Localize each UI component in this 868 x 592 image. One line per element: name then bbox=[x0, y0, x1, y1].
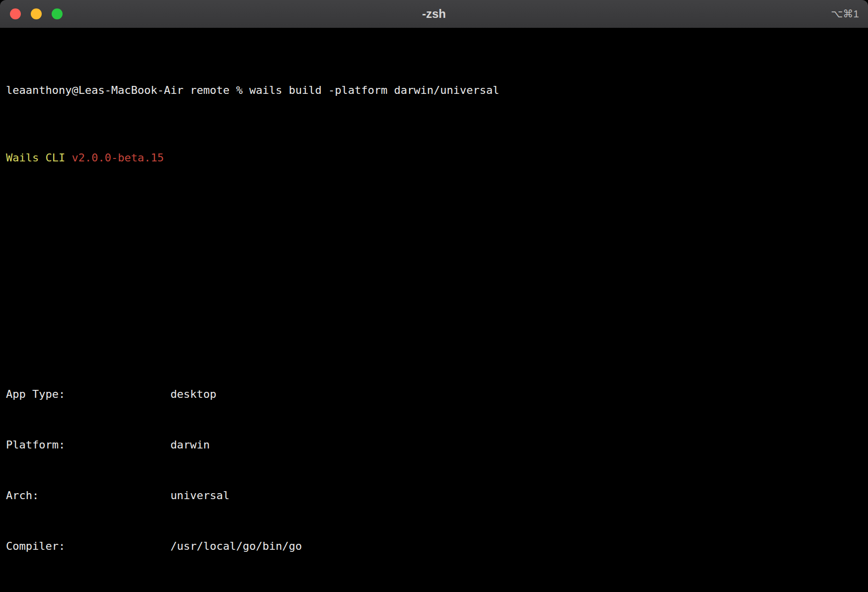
wails-cli-version-line: Wails CLI v2.0.0-beta.15 bbox=[6, 149, 858, 166]
build-info-row: App Type:desktop bbox=[6, 386, 858, 403]
build-info-label: App Type: bbox=[6, 386, 170, 403]
command-line-1: leaanthony@Leas-MacBook-Air remote % wai… bbox=[6, 82, 858, 99]
terminal-content[interactable]: leaanthony@Leas-MacBook-Air remote % wai… bbox=[0, 28, 868, 592]
close-window-button[interactable] bbox=[10, 8, 21, 19]
blank-line bbox=[6, 318, 858, 335]
wails-cli-label: Wails CLI bbox=[6, 151, 72, 164]
terminal-window: -zsh ⌥⌘1 leaanthony@Leas-MacBook-Air rem… bbox=[0, 0, 868, 592]
build-info-row: Platform:darwin bbox=[6, 437, 858, 453]
blank-line bbox=[6, 268, 858, 285]
build-info-row: Skip Frontend:false bbox=[6, 589, 858, 592]
build-info-label: Arch: bbox=[6, 487, 170, 504]
build-info-value: desktop bbox=[170, 388, 217, 400]
traffic-lights bbox=[0, 8, 63, 19]
build-info-label: Skip Frontend: bbox=[6, 589, 170, 592]
window-title: -zsh bbox=[0, 7, 868, 21]
wails-cli-version: v2.0.0-beta.15 bbox=[72, 151, 163, 164]
window-shortcut-hint: ⌥⌘1 bbox=[831, 8, 859, 20]
blank-line bbox=[6, 217, 858, 234]
minimize-window-button[interactable] bbox=[31, 8, 42, 19]
build-info-value: /usr/local/go/bin/go bbox=[170, 540, 302, 552]
build-info-label: Compiler: bbox=[6, 538, 170, 555]
build-info-row: Compiler:/usr/local/go/bin/go bbox=[6, 538, 858, 555]
build-info-value: darwin bbox=[170, 439, 210, 451]
window-titlebar[interactable]: -zsh ⌥⌘1 bbox=[0, 0, 868, 28]
build-info-label: Platform: bbox=[6, 437, 170, 453]
build-info-value: universal bbox=[170, 489, 229, 502]
build-info-row: Arch:universal bbox=[6, 487, 858, 504]
zoom-window-button[interactable] bbox=[52, 8, 63, 19]
